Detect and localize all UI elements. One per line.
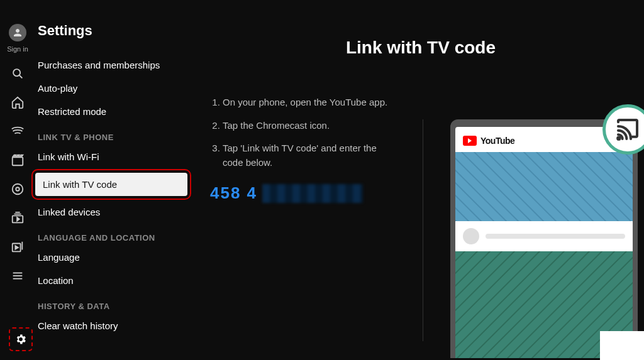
vertical-divider [423, 119, 423, 341]
gear-icon[interactable] [14, 333, 27, 346]
phone-illustration: YouTube [450, 119, 638, 358]
illustration-pattern-top [455, 152, 633, 221]
youtube-brand-label: YouTube [480, 136, 514, 146]
target-icon[interactable] [11, 182, 25, 196]
menu-autoplay[interactable]: Auto-play [35, 77, 191, 99]
svg-point-0 [13, 69, 20, 76]
step-1: On your phone, open the YouTube app. [223, 95, 399, 110]
content-heading: Link with TV code [210, 38, 631, 58]
menu-link-tvcode[interactable]: Link with TV code [35, 173, 187, 196]
step-2: Tap the Chromecast icon. [223, 119, 399, 133]
instruction-steps: On your phone, open the YouTube app. Tap… [210, 95, 399, 205]
menu-purchases[interactable]: Purchases and memberships [35, 54, 191, 76]
settings-gear-highlight [9, 327, 33, 351]
home-icon[interactable] [11, 95, 25, 109]
settings-sidebar: Settings Purchases and memberships Auto-… [35, 0, 191, 360]
search-icon[interactable] [11, 67, 25, 80]
main-content: Link with TV code On your phone, open th… [191, 0, 644, 360]
person-icon [9, 24, 26, 41]
youtube-play-icon [463, 136, 477, 146]
subscriptions-icon[interactable] [11, 211, 25, 225]
signin-block[interactable]: Sign in [7, 24, 28, 53]
tv-code-row: 458 4 [210, 181, 399, 205]
menu-clear-history[interactable]: Clear watch history [35, 315, 191, 337]
section-history: HISTORY & DATA [35, 293, 191, 314]
menu-link-wifi[interactable]: Link with Wi-Fi [35, 146, 191, 168]
page-title: Settings [38, 23, 191, 39]
signin-label: Sign in [7, 45, 28, 53]
tv-code-redacted [262, 184, 363, 203]
svg-rect-2 [13, 157, 23, 165]
movies-icon[interactable] [11, 153, 25, 167]
library-icon[interactable] [11, 240, 25, 254]
corner-watermark [600, 331, 644, 360]
explore-icon[interactable] [11, 124, 25, 138]
menu-language[interactable]: Language [35, 246, 191, 268]
illustration-video-row [455, 221, 633, 251]
menu-icon[interactable] [11, 269, 25, 283]
svg-point-3 [13, 184, 23, 195]
menu-restricted[interactable]: Restricted mode [35, 101, 191, 123]
step-3: Tap 'Link with TV code' and enter the co… [223, 141, 399, 170]
section-language: LANGUAGE AND LOCATION [35, 224, 191, 245]
cast-icon [615, 117, 640, 142]
svg-line-1 [19, 75, 23, 79]
left-icon-rail: Sign in [0, 0, 35, 360]
tv-code-visible: 458 4 [210, 181, 257, 205]
section-link-tv: LINK TV & PHONE [35, 124, 191, 145]
menu-linked-devices[interactable]: Linked devices [35, 201, 191, 223]
svg-point-10 [618, 138, 619, 139]
menu-link-tvcode-highlight: Link with TV code [31, 169, 191, 200]
svg-point-4 [16, 187, 19, 191]
menu-location[interactable]: Location [35, 270, 191, 292]
